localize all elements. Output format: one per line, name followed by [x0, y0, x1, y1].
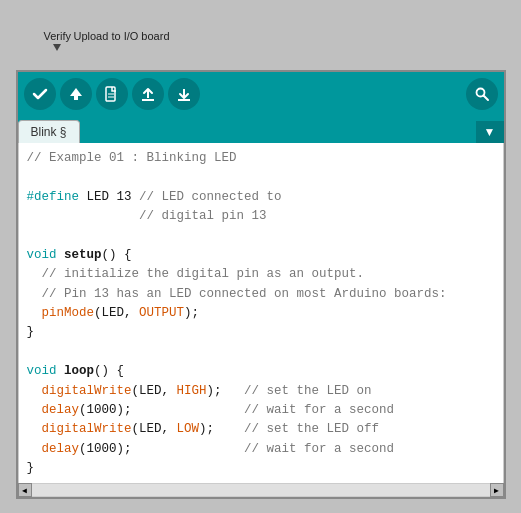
code-line-11 [27, 343, 495, 362]
svg-rect-1 [74, 96, 78, 100]
scroll-left-button[interactable]: ◀ [18, 483, 32, 497]
horizontal-scrollbar[interactable]: ◀ ▶ [18, 483, 504, 497]
code-line-5 [27, 227, 495, 246]
save-button[interactable] [168, 78, 200, 110]
svg-line-8 [483, 96, 488, 101]
code-line-3: #define LED 13 // LED connected to [27, 188, 495, 207]
code-line-9: pinMode(LED, OUTPUT); [27, 304, 495, 323]
code-line-4: // digital pin 13 [27, 207, 495, 226]
upload-icon [67, 85, 85, 103]
verify-label: Verify [44, 30, 72, 42]
arduino-window: Blink § ▼ // Example 01 : Blinking LED #… [16, 70, 506, 499]
code-line-13: digitalWrite(LED, HIGH); // set the LED … [27, 382, 495, 401]
code-editor[interactable]: // Example 01 : Blinking LED #define LED… [19, 143, 503, 483]
code-line-1: // Example 01 : Blinking LED [27, 149, 495, 168]
toolbar [18, 72, 504, 116]
verify-button[interactable] [24, 78, 56, 110]
code-line-10: } [27, 323, 495, 342]
new-button[interactable] [96, 78, 128, 110]
labels-area: Verify Upload to I/O board [16, 30, 506, 70]
search-button[interactable] [466, 78, 498, 110]
blink-tab[interactable]: Blink § [18, 120, 80, 143]
new-icon [104, 86, 120, 102]
scroll-track[interactable] [32, 484, 490, 496]
code-line-12: void loop() { [27, 362, 495, 381]
svg-marker-0 [70, 88, 82, 96]
search-icon [474, 86, 490, 102]
save-icon [175, 85, 193, 103]
verify-arrow-icon [53, 44, 61, 51]
verify-icon [31, 85, 49, 103]
code-line-6: void setup() { [27, 246, 495, 265]
code-line-16: delay(1000); // wait for a second [27, 440, 495, 459]
code-line-14: delay(1000); // wait for a second [27, 401, 495, 420]
open-button[interactable] [132, 78, 164, 110]
code-line-2 [27, 168, 495, 187]
tab-dropdown-button[interactable]: ▼ [476, 121, 504, 143]
scroll-right-button[interactable]: ▶ [490, 483, 504, 497]
code-line-15: digitalWrite(LED, LOW); // set the LED o… [27, 420, 495, 439]
upload-label: Upload to I/O board [74, 30, 170, 42]
tab-area: Blink § ▼ [18, 116, 504, 143]
open-icon [139, 85, 157, 103]
code-line-8: // Pin 13 has an LED connected on most A… [27, 285, 495, 304]
code-line-7: // initialize the digital pin as an outp… [27, 265, 495, 284]
code-area: // Example 01 : Blinking LED #define LED… [18, 143, 504, 483]
code-line-17: } [27, 459, 495, 478]
upload-button[interactable] [60, 78, 92, 110]
